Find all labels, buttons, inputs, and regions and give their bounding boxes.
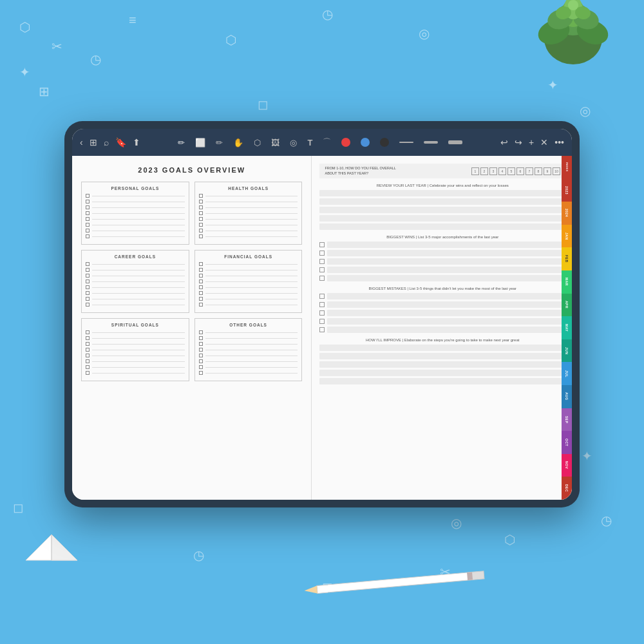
checkbox[interactable] bbox=[86, 262, 90, 266]
tab-dec[interactable]: DEC bbox=[562, 477, 572, 500]
rating-7[interactable]: 7 bbox=[526, 167, 533, 175]
tab-mar[interactable]: MAR bbox=[562, 270, 572, 294]
rating-9[interactable]: 9 bbox=[544, 167, 551, 175]
more-icon[interactable]: ••• bbox=[554, 137, 564, 147]
close-icon[interactable]: ✕ bbox=[540, 137, 548, 147]
checkbox[interactable] bbox=[199, 262, 203, 266]
tab-index[interactable]: INDEX bbox=[562, 156, 572, 179]
tab-may[interactable]: MAY bbox=[562, 316, 572, 339]
win-checkbox-2[interactable] bbox=[319, 251, 325, 256]
color-black[interactable] bbox=[380, 138, 389, 147]
checkbox[interactable] bbox=[199, 348, 203, 352]
search-icon[interactable]: ⌕ bbox=[104, 137, 109, 147]
checkbox[interactable] bbox=[199, 291, 203, 295]
tab-jul[interactable]: JUL bbox=[562, 362, 572, 385]
checkbox[interactable] bbox=[86, 285, 90, 289]
checkbox[interactable] bbox=[199, 211, 203, 215]
mistake-checkbox-3[interactable] bbox=[319, 310, 325, 316]
checkbox[interactable] bbox=[199, 330, 203, 334]
mistake-checkbox-5[interactable] bbox=[319, 327, 325, 332]
win-checkbox-1[interactable] bbox=[319, 242, 325, 247]
pen-icon[interactable]: ✏ bbox=[178, 138, 185, 147]
checkbox[interactable] bbox=[86, 200, 90, 204]
checkbox[interactable] bbox=[86, 371, 90, 375]
rating-5[interactable]: 5 bbox=[507, 167, 515, 175]
checkbox[interactable] bbox=[86, 211, 90, 215]
checkbox[interactable] bbox=[86, 194, 90, 198]
checkbox[interactable] bbox=[199, 200, 203, 204]
tab-jun[interactable]: JUN bbox=[562, 339, 572, 363]
checkbox[interactable] bbox=[86, 336, 90, 340]
tab-aug[interactable]: AUG bbox=[562, 385, 572, 408]
rating-4[interactable]: 4 bbox=[498, 167, 506, 175]
checkbox[interactable] bbox=[86, 297, 90, 301]
checkbox[interactable] bbox=[199, 371, 203, 375]
checkbox[interactable] bbox=[86, 279, 90, 283]
text-icon[interactable]: T bbox=[307, 138, 312, 147]
camera-icon[interactable]: ◎ bbox=[290, 138, 297, 147]
checkbox[interactable] bbox=[86, 274, 90, 278]
checkbox[interactable] bbox=[199, 303, 203, 307]
checkbox[interactable] bbox=[199, 365, 203, 369]
back-button[interactable]: ‹ bbox=[80, 137, 83, 147]
color-red[interactable] bbox=[341, 138, 350, 147]
lasso-icon[interactable]: ⌒ bbox=[323, 137, 331, 148]
checkbox[interactable] bbox=[199, 205, 203, 209]
checkbox[interactable] bbox=[86, 330, 90, 334]
checkbox[interactable] bbox=[86, 223, 90, 227]
hand-icon[interactable]: ✋ bbox=[233, 138, 243, 147]
checkbox[interactable] bbox=[199, 274, 203, 278]
rating-1[interactable]: 1 bbox=[471, 167, 479, 175]
checkbox[interactable] bbox=[199, 217, 203, 221]
checkbox[interactable] bbox=[86, 229, 90, 232]
line-medium[interactable] bbox=[424, 141, 438, 144]
checkbox[interactable] bbox=[86, 354, 90, 357]
tab-feb[interactable]: FEB bbox=[562, 247, 572, 270]
mistake-checkbox-4[interactable] bbox=[319, 319, 325, 324]
checkbox[interactable] bbox=[86, 365, 90, 369]
checkbox[interactable] bbox=[199, 359, 203, 363]
checkbox[interactable] bbox=[86, 359, 90, 363]
checkbox[interactable] bbox=[199, 223, 203, 227]
color-blue[interactable] bbox=[361, 138, 370, 147]
checkbox[interactable] bbox=[86, 342, 90, 346]
rating-6[interactable]: 6 bbox=[516, 167, 524, 175]
checkbox[interactable] bbox=[86, 348, 90, 352]
redo-icon[interactable]: ↪ bbox=[515, 137, 522, 147]
image-icon[interactable]: 🖼 bbox=[271, 138, 279, 147]
checkbox[interactable] bbox=[199, 336, 203, 340]
mistake-checkbox-1[interactable] bbox=[319, 294, 325, 299]
checkbox[interactable] bbox=[86, 205, 90, 209]
eraser-icon[interactable]: ⬜ bbox=[195, 138, 205, 147]
highlighter-icon[interactable]: ✏ bbox=[216, 138, 223, 147]
rating-10[interactable]: 10 bbox=[553, 167, 560, 175]
rating-2[interactable]: 2 bbox=[480, 167, 488, 175]
checkbox[interactable] bbox=[199, 268, 203, 272]
checkbox[interactable] bbox=[199, 229, 203, 232]
win-checkbox-5[interactable] bbox=[319, 276, 325, 281]
add-icon[interactable]: + bbox=[529, 137, 534, 147]
bookmark-icon[interactable]: 🔖 bbox=[115, 137, 126, 147]
tab-nov[interactable]: NOV bbox=[562, 454, 572, 477]
undo-icon[interactable]: ↩ bbox=[500, 137, 508, 147]
mistake-checkbox-2[interactable] bbox=[319, 302, 325, 307]
rating-3[interactable]: 3 bbox=[489, 167, 497, 175]
checkbox[interactable] bbox=[86, 291, 90, 295]
checkbox[interactable] bbox=[86, 268, 90, 272]
checkbox[interactable] bbox=[86, 217, 90, 221]
checkbox[interactable] bbox=[199, 297, 203, 301]
checkbox[interactable] bbox=[86, 234, 90, 238]
shape-circle-icon[interactable]: ⬡ bbox=[254, 138, 261, 147]
tab-jan[interactable]: JAN bbox=[562, 225, 572, 248]
checkbox[interactable] bbox=[199, 279, 203, 283]
tab-oct[interactable]: OCT bbox=[562, 431, 572, 454]
grid-icon[interactable]: ⊞ bbox=[90, 137, 97, 147]
rating-8[interactable]: 8 bbox=[535, 167, 542, 175]
tab-2023[interactable]: 2023 bbox=[562, 179, 572, 202]
checkbox[interactable] bbox=[199, 354, 203, 357]
tab-sep[interactable]: SEP bbox=[562, 408, 572, 431]
checkbox[interactable] bbox=[199, 285, 203, 289]
share-icon[interactable]: ⬆ bbox=[133, 137, 140, 147]
checkbox[interactable] bbox=[86, 303, 90, 307]
checkbox[interactable] bbox=[199, 234, 203, 238]
